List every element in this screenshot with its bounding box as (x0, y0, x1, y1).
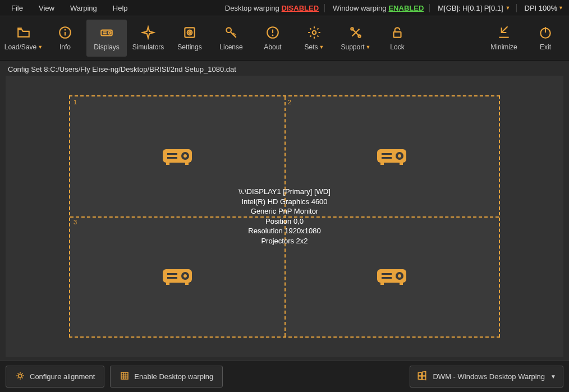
svg-rect-45 (382, 277, 392, 279)
sets-label: Sets (305, 43, 318, 51)
enable-desktop-warping-label: Enable Desktop warping (134, 372, 213, 381)
settings-label: Settings (177, 43, 201, 51)
tools-icon (348, 25, 363, 40)
dpi-text: DPI 100% (525, 4, 558, 12)
svg-point-36 (183, 274, 187, 278)
support-label: Support (341, 43, 365, 51)
display-cell-1[interactable]: 1 (70, 96, 284, 216)
svg-rect-26 (185, 163, 189, 165)
svg-point-10 (226, 27, 231, 33)
window-warp-label: Window warping (333, 4, 386, 12)
svg-rect-31 (382, 157, 392, 159)
lock-button[interactable]: Lock (377, 20, 417, 57)
cell-number: 1 (74, 99, 77, 105)
display-cell-4[interactable] (284, 216, 499, 336)
svg-point-2 (65, 29, 66, 31)
settings-icon (182, 25, 197, 40)
warping-mode-label: DWM - Windows Desktop Warping (433, 372, 545, 381)
memory-status: M[GB]: H[0.1] P[0.1] ▼ (438, 4, 516, 12)
svg-rect-37 (167, 273, 177, 275)
power-icon (538, 25, 553, 40)
chevron-down-icon: ▼ (550, 373, 556, 380)
about-button[interactable]: About (253, 20, 293, 57)
menu-warping[interactable]: Warping (62, 2, 105, 15)
window-warp-status[interactable]: Window warping ENABLED (333, 4, 430, 12)
projector-icon (159, 142, 195, 171)
menu-view[interactable]: View (31, 2, 62, 15)
minimize-button[interactable]: Minimize (484, 20, 524, 57)
menu-file[interactable]: File (3, 2, 31, 15)
svg-rect-47 (400, 283, 403, 285)
exit-label: Exit (540, 43, 551, 51)
key-icon (224, 25, 238, 40)
grid-icon (120, 371, 130, 382)
display-cell-2[interactable]: 2 (284, 96, 499, 216)
svg-rect-17 (394, 32, 401, 38)
display-stage: 1 2 3 (6, 76, 563, 357)
alert-icon (265, 25, 280, 40)
simulators-button[interactable]: Simulators (128, 20, 168, 57)
toolbar-spacer (419, 20, 483, 57)
svg-rect-38 (167, 277, 177, 279)
toolbar: Load/Save▼ Info Displays Simulators Sett… (0, 16, 569, 61)
chevron-down-icon: ▼ (558, 5, 563, 11)
config-path: Config Set 8:C:/Users/Fly Elise-ng/Deskt… (6, 65, 563, 73)
svg-point-29 (398, 154, 401, 158)
svg-rect-32 (380, 163, 384, 165)
svg-point-48 (19, 374, 22, 377)
exit-button[interactable]: Exit (525, 20, 566, 57)
svg-point-22 (183, 154, 187, 158)
menubar: File View Warping Help Desktop warping D… (0, 0, 569, 16)
desktop-warp-label: Desktop warping (225, 4, 279, 12)
loadsave-label: Load/Save (4, 43, 36, 51)
simulators-label: Simulators (132, 43, 164, 51)
svg-rect-39 (166, 283, 169, 285)
displays-button[interactable]: Displays (86, 20, 127, 57)
desktop-warp-value: DISABLED (282, 4, 319, 12)
info-button[interactable]: Info (45, 20, 85, 57)
gear-icon (307, 25, 322, 40)
folder-open-icon (16, 25, 31, 40)
about-label: About (264, 43, 281, 51)
license-label: License (219, 43, 242, 51)
chevron-down-icon: ▼ (366, 44, 371, 50)
desktop-warp-status[interactable]: Desktop warping DISABLED (225, 4, 325, 12)
svg-point-8 (187, 30, 192, 35)
lock-label: Lock (390, 43, 404, 51)
window-warp-value: ENABLED (388, 4, 424, 12)
display-cell-3[interactable]: 3 (70, 216, 284, 336)
main-area: Config Set 8:C:/Users/Fly Elise-ng/Deskt… (0, 61, 569, 361)
chevron-down-icon: ▼ (319, 44, 324, 50)
lock-icon (390, 25, 405, 40)
svg-rect-40 (185, 283, 189, 285)
status-right: Desktop warping DISABLED Window warping … (225, 4, 566, 12)
svg-rect-33 (400, 163, 403, 165)
license-button[interactable]: License (211, 20, 251, 57)
menu-help[interactable]: Help (105, 2, 136, 15)
configure-alignment-label: Configure alignment (30, 372, 95, 381)
cell-number: 3 (74, 219, 77, 225)
configure-alignment-button[interactable]: Configure alignment (6, 366, 104, 388)
chevron-down-icon[interactable]: ▼ (506, 5, 511, 11)
svg-rect-7 (185, 27, 194, 37)
loadsave-button[interactable]: Load/Save▼ (3, 20, 44, 57)
chevron-down-icon: ▼ (38, 44, 43, 50)
bottombar: Configure alignment Enable Desktop warpi… (0, 361, 569, 392)
displays-label: Displays (94, 43, 119, 51)
sets-button[interactable]: Sets▼ (294, 20, 334, 57)
memory-text: M[GB]: H[0.1] P[0.1] (438, 4, 503, 12)
support-button[interactable]: Support▼ (336, 20, 376, 57)
projector-icon (374, 262, 410, 291)
svg-point-4 (108, 31, 111, 34)
info-icon (58, 25, 72, 40)
minimize-icon (497, 25, 511, 40)
svg-rect-30 (382, 153, 392, 155)
warping-mode-select[interactable]: DWM - Windows Desktop Warping ▼ (410, 366, 563, 388)
projector-icon (159, 262, 195, 291)
display-grid[interactable]: 1 2 3 (69, 95, 500, 338)
svg-rect-46 (380, 283, 384, 285)
svg-point-13 (272, 34, 274, 36)
enable-desktop-warping-button[interactable]: Enable Desktop warping (110, 366, 223, 388)
dpi-status[interactable]: DPI 100% ▼ (525, 4, 566, 12)
settings-button[interactable]: Settings (169, 20, 210, 57)
